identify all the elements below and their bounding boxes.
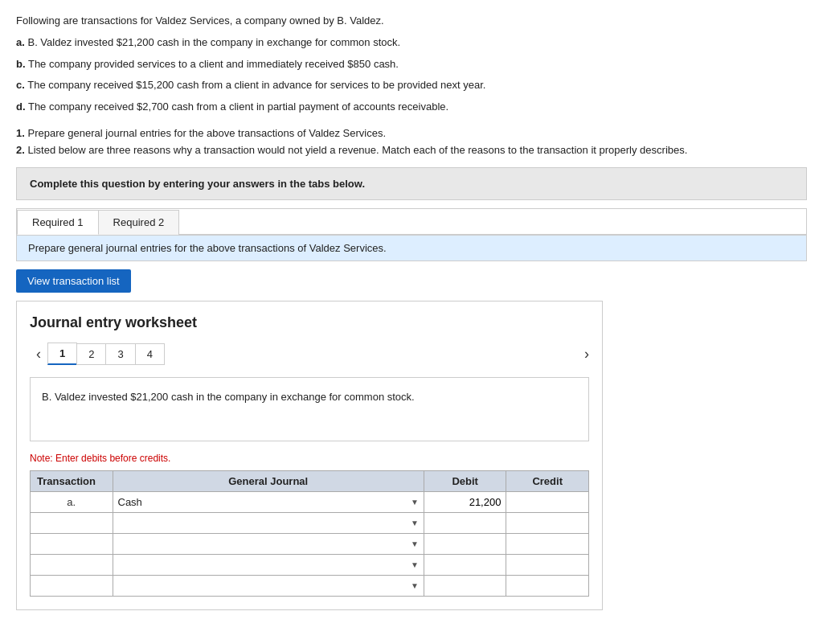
table-row: ▼ bbox=[31, 554, 589, 575]
cell-journal-2[interactable]: ▼ bbox=[113, 533, 424, 554]
page-1[interactable]: 1 bbox=[47, 343, 77, 365]
col-header-credit: Credit bbox=[506, 470, 589, 491]
dropdown-arrow-4: ▼ bbox=[411, 581, 419, 590]
opening-text: Following are transactions for Valdez Se… bbox=[16, 13, 807, 30]
cell-debit-2[interactable] bbox=[424, 533, 506, 554]
credit-input-3[interactable] bbox=[511, 559, 583, 571]
dropdown-arrow-0: ▼ bbox=[411, 498, 419, 507]
dropdown-arrow-2: ▼ bbox=[411, 539, 419, 548]
complete-box: Complete this question by entering your … bbox=[16, 167, 807, 200]
col-header-transaction: Transaction bbox=[31, 470, 113, 491]
debit-input-4[interactable] bbox=[429, 580, 502, 592]
page-3[interactable]: 3 bbox=[105, 343, 135, 365]
instruction-2: 2. Listed below are three reasons why a … bbox=[16, 142, 807, 159]
page-2[interactable]: 2 bbox=[76, 343, 106, 365]
transaction-b: b. The company provided services to a cl… bbox=[16, 56, 807, 73]
worksheet-title: Journal entry worksheet bbox=[30, 314, 589, 331]
table-row: ▼ bbox=[31, 512, 589, 533]
transaction-d: d. The company received $2,700 cash from… bbox=[16, 99, 807, 116]
cell-debit-3[interactable] bbox=[424, 554, 506, 575]
prev-arrow[interactable]: ‹ bbox=[30, 343, 47, 366]
cell-transaction-1 bbox=[31, 512, 113, 533]
page-4[interactable]: 4 bbox=[135, 343, 165, 365]
label-c: c. bbox=[16, 79, 25, 91]
journal-table: Transaction General Journal Debit Credit… bbox=[30, 470, 589, 597]
credit-input-4[interactable] bbox=[511, 580, 583, 592]
dropdown-arrow-1: ▼ bbox=[411, 519, 419, 527]
view-transaction-button[interactable]: View transaction list bbox=[16, 269, 131, 293]
debit-input-3[interactable] bbox=[429, 559, 502, 571]
tab-required-1[interactable]: Required 1 bbox=[17, 210, 99, 235]
debit-input-0[interactable] bbox=[429, 496, 502, 508]
tab-required-2[interactable]: Required 2 bbox=[98, 210, 180, 235]
cell-credit-1[interactable] bbox=[506, 512, 589, 533]
cell-credit-0[interactable] bbox=[506, 491, 589, 512]
credit-input-0[interactable] bbox=[511, 496, 583, 508]
tabs-container: Required 1 Required 2 Prepare general jo… bbox=[16, 208, 807, 261]
complete-box-text: Complete this question by entering your … bbox=[30, 178, 365, 190]
col-header-general-journal: General Journal bbox=[113, 470, 424, 491]
cell-transaction-2 bbox=[31, 533, 113, 554]
cell-journal-3[interactable]: ▼ bbox=[113, 554, 424, 575]
transaction-a: a. B. Valdez invested $21,200 cash in th… bbox=[16, 35, 807, 51]
tabs-row: Required 1 Required 2 bbox=[17, 209, 806, 235]
table-row: a. Cash ▼ bbox=[31, 491, 589, 512]
next-arrow[interactable]: › bbox=[584, 346, 589, 363]
col-header-debit: Debit bbox=[424, 470, 506, 491]
intro-section: Following are transactions for Valdez Se… bbox=[16, 13, 807, 116]
label-b: b. bbox=[16, 58, 26, 70]
credit-input-2[interactable] bbox=[511, 538, 583, 550]
worksheet-container: Journal entry worksheet ‹ 1 2 3 4 › B. V… bbox=[16, 301, 603, 610]
page-numbers: 1 2 3 4 bbox=[47, 343, 164, 365]
table-row: ▼ bbox=[31, 575, 589, 596]
table-row: ▼ bbox=[31, 533, 589, 554]
cell-transaction-0: a. bbox=[31, 491, 113, 512]
cell-debit-0[interactable] bbox=[424, 491, 506, 512]
cell-credit-2[interactable] bbox=[506, 533, 589, 554]
label-a: a. bbox=[16, 36, 25, 48]
cell-credit-4[interactable] bbox=[506, 575, 589, 596]
cell-debit-1[interactable] bbox=[424, 512, 506, 533]
tab-content-header: Prepare general journal entries for the … bbox=[17, 235, 806, 260]
debit-input-2[interactable] bbox=[429, 538, 502, 550]
instruction-1: 1. Prepare general journal entries for t… bbox=[16, 125, 807, 142]
credit-input-1[interactable] bbox=[511, 517, 583, 529]
label-d: d. bbox=[16, 100, 26, 113]
cell-journal-4[interactable]: ▼ bbox=[113, 575, 424, 596]
debit-input-1[interactable] bbox=[429, 517, 502, 529]
cell-credit-3[interactable] bbox=[506, 554, 589, 575]
transaction-c: c. The company received $15,200 cash fro… bbox=[16, 77, 807, 94]
note-text: Note: Enter debits before credits. bbox=[30, 453, 589, 464]
transaction-description: B. Valdez invested $21,200 cash in the c… bbox=[30, 377, 589, 441]
cell-journal-1[interactable]: ▼ bbox=[113, 512, 424, 533]
cell-transaction-4 bbox=[31, 575, 113, 596]
cell-journal-0[interactable]: Cash ▼ bbox=[113, 491, 424, 512]
cell-transaction-3 bbox=[31, 554, 113, 575]
cell-debit-4[interactable] bbox=[424, 575, 506, 596]
instructions-section: 1. Prepare general journal entries for t… bbox=[16, 125, 807, 159]
worksheet-nav: ‹ 1 2 3 4 › bbox=[30, 343, 589, 366]
dropdown-arrow-3: ▼ bbox=[411, 560, 419, 569]
